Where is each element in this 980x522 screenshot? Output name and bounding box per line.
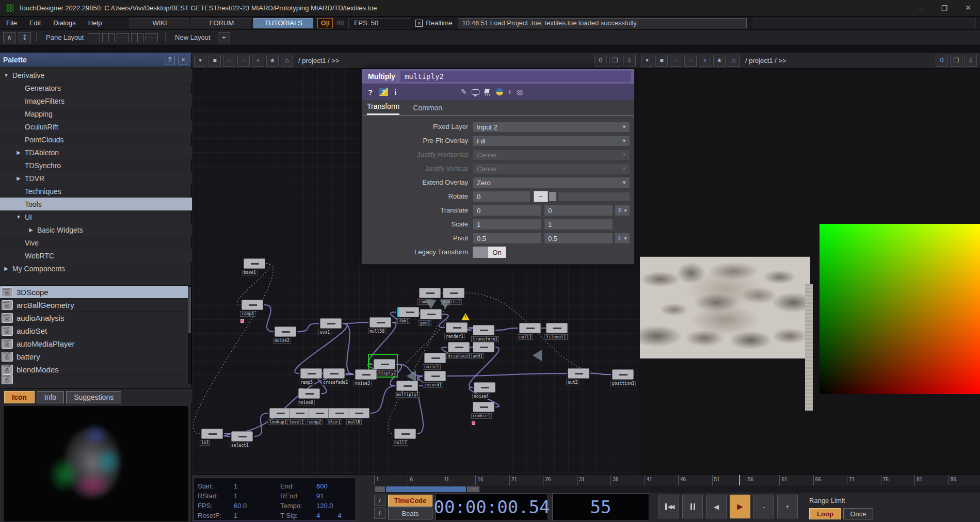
python-help-icon[interactable]: ? bbox=[379, 88, 388, 96]
pane-add-button[interactable]: + bbox=[252, 55, 264, 67]
network-node-digits1[interactable]: digits1 bbox=[443, 288, 464, 298]
pane-stop-button[interactable]: ■ bbox=[655, 55, 668, 67]
tab-common[interactable]: Common bbox=[413, 104, 442, 115]
target-icon[interactable]: ◎ bbox=[517, 88, 523, 96]
network-node-null7[interactable]: null7 bbox=[394, 429, 416, 439]
timecode-mode-button[interactable]: TimeCode bbox=[388, 495, 432, 507]
edit-pencil-icon[interactable]: ✎ bbox=[461, 88, 467, 96]
rotate-slider-knob[interactable] bbox=[549, 192, 556, 201]
legacy-toggle-on[interactable]: On bbox=[488, 247, 506, 258]
network-node-add1[interactable]: add1 bbox=[473, 342, 494, 352]
frame-plus-button[interactable]: + bbox=[777, 495, 798, 518]
palette-tree-item[interactable]: ▶Basic Widgets bbox=[0, 223, 192, 236]
component-list-item[interactable]: autoMediaPlayer bbox=[0, 337, 188, 350]
palette-tree-item[interactable]: ▼Derivative bbox=[0, 69, 192, 81]
palette-tab-info[interactable]: Info bbox=[37, 391, 64, 403]
palette-tree-item[interactable]: PointClouds bbox=[0, 133, 192, 146]
operator-name-field[interactable]: multiply2 bbox=[400, 71, 631, 82]
pause-button[interactable] bbox=[682, 495, 703, 518]
network-node-out2[interactable]: out2 bbox=[568, 368, 589, 379]
pane-zero-button[interactable]: 0 bbox=[595, 55, 607, 67]
component-list-item[interactable] bbox=[0, 376, 188, 383]
pane-forward-button[interactable]: ⇨ bbox=[237, 55, 250, 67]
network-node-record1[interactable]: record1 bbox=[424, 371, 446, 381]
pane-layout-vhsplit-icon[interactable] bbox=[131, 33, 143, 42]
pane-home-button[interactable]: ⌂ bbox=[281, 55, 293, 67]
component-list-scrollbar[interactable] bbox=[188, 285, 191, 384]
rotate-field[interactable]: 0 bbox=[473, 191, 531, 202]
timeline-field-value[interactable]: 1 bbox=[234, 482, 237, 493]
network-node-position1[interactable]: position1 bbox=[612, 369, 634, 380]
component-list-item[interactable]: arcBallGeometry bbox=[0, 299, 188, 312]
extend-overlay-dropdown[interactable]: Zero▼ bbox=[473, 177, 630, 188]
palette-tab-icon[interactable]: Icon bbox=[4, 391, 35, 403]
maximize-button[interactable]: ❐ bbox=[933, 0, 956, 17]
network-node-noise1[interactable]: noise1 bbox=[424, 353, 446, 363]
pane-layout-grid-icon[interactable] bbox=[146, 33, 158, 42]
step-back-button[interactable]: ◀ bbox=[706, 495, 727, 518]
network-node-in1[interactable]: in1 bbox=[201, 429, 223, 439]
translate-x-field[interactable]: 0 bbox=[473, 205, 542, 216]
minimize-button[interactable]: — bbox=[909, 0, 933, 17]
palette-tree-item[interactable]: Techniques bbox=[0, 185, 192, 198]
frame-mode-button[interactable]: / bbox=[374, 495, 385, 506]
scrollbar-left-grip[interactable]: ⋯ bbox=[375, 486, 385, 492]
scale-x-field[interactable]: 1 bbox=[473, 219, 542, 230]
network-node-null8[interactable]: null8 bbox=[348, 408, 369, 418]
comment-icon[interactable] bbox=[472, 89, 479, 95]
component-list-item[interactable]: audioAnalysis bbox=[0, 312, 188, 324]
dock-button[interactable]: ↧ bbox=[19, 32, 31, 43]
component-list-item[interactable]: 3DScope bbox=[0, 286, 188, 299]
network-node-displace1[interactable]: displace1 bbox=[448, 342, 470, 352]
viewer-breadcrumb[interactable]: / project1 / >> bbox=[745, 57, 786, 64]
pane-stop-button[interactable]: ■ bbox=[208, 55, 221, 67]
network-node-fileout1[interactable]: fileout1 bbox=[546, 323, 568, 333]
network-node-comp1[interactable]: comp1 bbox=[419, 288, 441, 298]
wiki-button[interactable]: WIKI bbox=[130, 18, 189, 28]
help-icon[interactable]: ? bbox=[368, 88, 373, 96]
pane-split-button[interactable]: ⇩ bbox=[965, 55, 977, 67]
network-node-null50[interactable]: null50 bbox=[369, 317, 391, 328]
forum-button[interactable]: FORUM bbox=[191, 18, 251, 28]
pane-maximize-button[interactable]: ❐ bbox=[950, 55, 962, 67]
network-node-geo1[interactable]: geo1 bbox=[420, 309, 442, 319]
network-node-crossfade2[interactable]: crossfade2 bbox=[323, 368, 345, 379]
network-node-uvs1[interactable]: uvs1 bbox=[320, 318, 342, 329]
translate-units-dropdown[interactable]: F▼ bbox=[614, 205, 630, 216]
palette-tree-item[interactable]: OculusRift bbox=[0, 120, 192, 133]
rotate-slider-track[interactable] bbox=[557, 192, 630, 201]
network-node-fbk1[interactable]: fbk1 bbox=[397, 307, 419, 317]
pane-split-button[interactable]: ⇩ bbox=[623, 55, 636, 67]
palette-tree-item[interactable]: Vive bbox=[0, 236, 192, 249]
frame-minus-button[interactable]: - bbox=[753, 495, 774, 518]
fixed-layer-dropdown[interactable]: Input 2▼ bbox=[473, 121, 630, 133]
palette-tree-item[interactable]: ▼UI bbox=[0, 210, 192, 223]
pane-layout-single-icon[interactable] bbox=[88, 33, 100, 42]
loop-button[interactable]: Loop bbox=[809, 508, 841, 519]
palette-tree-item[interactable]: Mapping bbox=[0, 107, 192, 120]
palette-tree-item[interactable]: Tools bbox=[0, 198, 192, 210]
tutorials-button[interactable]: TUTORIALS bbox=[253, 18, 313, 28]
tree-right-arrow-icon[interactable]: ▶ bbox=[15, 150, 22, 155]
network-node-render1[interactable]: render1 bbox=[446, 322, 468, 333]
network-node-comp2[interactable]: comp2 bbox=[309, 408, 330, 418]
network-node-null1[interactable]: null1 bbox=[519, 323, 541, 333]
once-button[interactable]: Once bbox=[843, 508, 873, 519]
rotate-slider-handle[interactable]: − bbox=[534, 191, 548, 202]
add-parameter-icon[interactable]: + bbox=[508, 88, 512, 96]
menu-file[interactable]: File bbox=[0, 19, 23, 27]
network-breadcrumb[interactable]: / project1 / >> bbox=[298, 57, 340, 64]
pane-dropdown-button[interactable]: ▼ bbox=[194, 55, 206, 67]
viewer-pane[interactable] bbox=[639, 69, 980, 475]
legacy-toggle-off[interactable] bbox=[473, 247, 488, 258]
translate-y-field[interactable]: 0 bbox=[544, 205, 613, 216]
pane-layout-vsplit-icon[interactable] bbox=[102, 33, 115, 42]
scrollbar-right-grip[interactable]: ⋯ bbox=[467, 486, 479, 492]
pivot-x-field[interactable]: 0.5 bbox=[473, 233, 542, 244]
timeline-ruler[interactable]: 1611162126313641465156616671768186 bbox=[374, 475, 980, 485]
realtime-toggle[interactable]: × Realtime bbox=[415, 19, 452, 27]
new-layout-add-button[interactable]: + bbox=[218, 32, 230, 43]
realtime-checkbox[interactable]: × bbox=[415, 20, 423, 27]
palette-tree-item[interactable]: TDSynchro bbox=[0, 159, 192, 172]
tree-down-arrow-icon[interactable]: ▼ bbox=[3, 72, 9, 78]
